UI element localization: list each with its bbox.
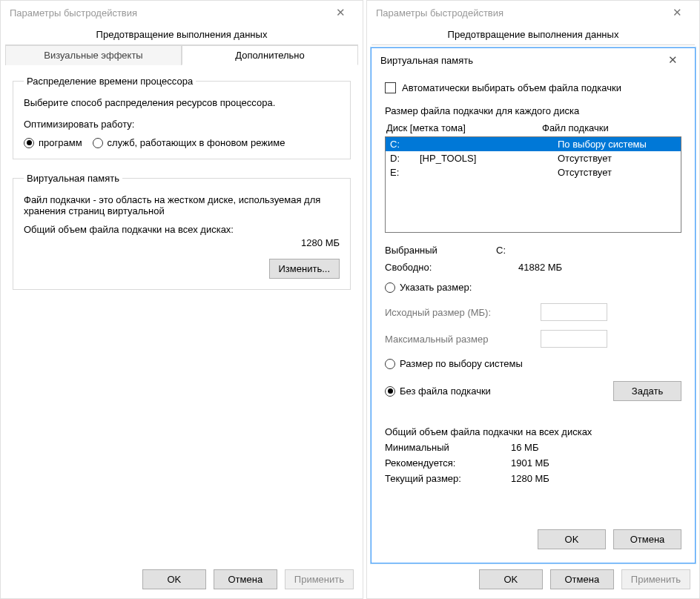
disk-file: Отсутствует: [558, 153, 676, 164]
cur-label: Текущий размер:: [385, 473, 511, 484]
vm-title: Виртуальная память: [380, 55, 473, 66]
virtual-memory-group: Виртуальная память Файл подкачки - это о…: [13, 173, 351, 290]
disk-drive: D:: [390, 153, 420, 164]
cancel-button[interactable]: Отмена: [613, 529, 681, 549]
rec-value: 1901 МБ: [511, 457, 549, 469]
titlebar-right: Параметры быстродействия ✕: [367, 1, 699, 24]
title-right: Параметры быстродействия: [376, 7, 503, 19]
apply-button[interactable]: Применить: [285, 569, 354, 589]
cur-value: 1280 МБ: [511, 473, 549, 484]
initial-size-label: Исходный размер (МБ):: [385, 307, 541, 318]
virtual-memory-dialog: Виртуальная память ✕ Автоматически выбир…: [371, 47, 696, 563]
tab-dep-right[interactable]: Предотвращение выполнения данных: [372, 24, 695, 45]
min-value: 16 МБ: [511, 442, 538, 453]
disk-file: По выбору системы: [558, 139, 676, 150]
auto-manage-checkbox[interactable]: Автоматически выбирать объем файла подка…: [385, 82, 681, 93]
close-icon[interactable]: ✕: [658, 53, 687, 67]
max-size-input[interactable]: [541, 330, 607, 348]
radio-dot-icon: [385, 282, 395, 293]
radio-services-label: служб, работающих в фоновом режиме: [108, 137, 285, 148]
disk-label: [420, 167, 558, 178]
radio-system-label: Размер по выбору системы: [400, 358, 523, 369]
ok-button[interactable]: OK: [538, 529, 606, 549]
radio-dot-icon: [385, 359, 395, 369]
radio-system-managed[interactable]: Размер по выбору системы: [385, 358, 681, 369]
radio-background-services[interactable]: служб, работающих в фоновом режиме: [93, 137, 285, 148]
initial-size-input[interactable]: [541, 303, 607, 321]
disk-file: Отсутствует: [558, 167, 676, 178]
ok-button[interactable]: OK: [142, 569, 206, 589]
close-icon[interactable]: ✕: [326, 6, 355, 19]
close-icon[interactable]: ✕: [662, 6, 692, 19]
tab-visual-effects[interactable]: Визуальные эффекты: [5, 45, 182, 65]
dialog-buttons-left: OK Отмена Применить: [5, 563, 358, 594]
free-label: Свободно:: [385, 262, 496, 273]
processor-scheduling-desc: Выберите способ распределения ресурсов п…: [24, 97, 340, 108]
radio-programs-label: программ: [39, 137, 82, 148]
radio-no-paging-file[interactable]: Без файла подкачки Задать: [385, 381, 681, 401]
disk-label: [HP_TOOLS]: [420, 153, 558, 164]
col-file-header: Файл подкачки: [542, 122, 681, 133]
apply-button[interactable]: Применить: [621, 569, 690, 589]
optimize-label: Оптимизировать работу:: [24, 119, 340, 130]
tab-dep[interactable]: Предотвращение выполнения данных: [5, 24, 358, 45]
disk-row[interactable]: C: По выбору системы: [386, 137, 681, 151]
radio-none-label: Без файла подкачки: [400, 385, 491, 397]
radio-custom-label: Указать размер:: [400, 282, 472, 293]
checkbox-icon: [385, 82, 396, 93]
max-size-label: Максимальный размер: [385, 334, 541, 345]
selected-label: Выбранный: [385, 245, 496, 256]
vm-total-value: 1280 МБ: [246, 224, 340, 248]
radio-custom-size[interactable]: Указать размер:: [385, 282, 681, 293]
radio-dot-icon: [93, 138, 103, 148]
virtual-memory-legend: Виртуальная память: [24, 173, 122, 184]
free-value: 41882 МБ: [496, 262, 681, 273]
min-label: Минимальный: [385, 442, 511, 453]
processor-scheduling-legend: Распределение времени процессора: [24, 76, 196, 87]
disk-drive: C:: [390, 139, 420, 150]
tab-advanced[interactable]: Дополнительно: [182, 45, 358, 65]
titlebar-left: Параметры быстродействия ✕: [1, 1, 363, 24]
dialog-buttons-right: OK Отмена Применить: [372, 563, 695, 594]
ok-button[interactable]: OK: [479, 569, 543, 589]
virtual-memory-desc: Файл подкачки - это область на жестком д…: [24, 194, 340, 216]
cancel-button[interactable]: Отмена: [550, 569, 614, 589]
total-header: Общий объем файла подкачки на всех диска…: [385, 426, 681, 437]
size-per-disk-label: Размер файла подкачки для каждого диска: [385, 105, 681, 116]
disk-label: [420, 139, 558, 150]
processor-scheduling-group: Распределение времени процессора Выберит…: [13, 76, 351, 159]
disk-list[interactable]: C: По выбору системы D: [HP_TOOLS] Отсут…: [385, 136, 681, 233]
vm-total-label: Общий объем файла подкачки на всех диска…: [24, 224, 246, 235]
vm-titlebar: Виртуальная память ✕: [372, 48, 695, 72]
radio-dot-icon: [24, 138, 34, 148]
change-button[interactable]: Изменить...: [269, 259, 340, 279]
disk-drive: E:: [390, 167, 420, 178]
radio-programs[interactable]: программ: [24, 137, 82, 148]
rec-label: Рекомендуется:: [385, 457, 511, 469]
set-button[interactable]: Задать: [613, 381, 681, 401]
cancel-button[interactable]: Отмена: [214, 569, 277, 589]
radio-dot-icon: [385, 386, 395, 397]
disk-row[interactable]: D: [HP_TOOLS] Отсутствует: [386, 151, 681, 165]
disk-row[interactable]: E: Отсутствует: [386, 165, 681, 179]
selected-drive: C:: [496, 245, 681, 256]
auto-manage-label: Автоматически выбирать объем файла подка…: [402, 82, 621, 93]
col-disk-header: Диск [метка тома]: [386, 122, 542, 133]
title-left: Параметры быстродействия: [10, 7, 137, 19]
performance-options-dialog-left: Параметры быстродействия ✕ Предотвращени…: [0, 0, 363, 599]
